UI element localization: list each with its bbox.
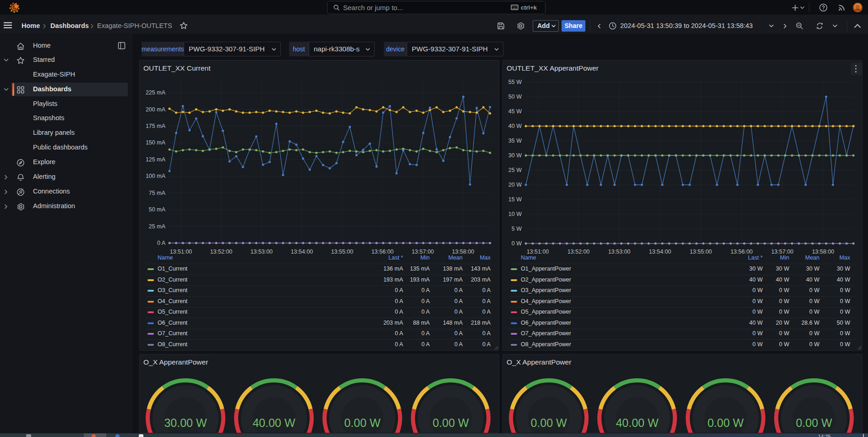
svg-text:13:53:00: 13:53:00	[251, 249, 273, 255]
svg-text:0.00 W: 0.00 W	[707, 416, 744, 429]
svg-text:30.00 W: 30.00 W	[164, 416, 207, 429]
svg-text:0.00 W: 0.00 W	[530, 416, 567, 429]
svg-text:13:54:00: 13:54:00	[649, 249, 671, 255]
svg-text:125 mA: 125 mA	[146, 156, 166, 163]
svg-text:50 mA: 50 mA	[149, 206, 166, 213]
svg-text:13:52:00: 13:52:00	[568, 249, 590, 255]
svg-text:0 A: 0 A	[157, 240, 166, 246]
svg-text:45 W: 45 W	[508, 108, 522, 115]
svg-text:13:51:00: 13:51:00	[170, 249, 192, 255]
svg-text:40.00 W: 40.00 W	[252, 416, 295, 429]
svg-text:13:57:00: 13:57:00	[771, 249, 794, 255]
svg-text:225 mA: 225 mA	[146, 89, 166, 96]
svg-text:75 mA: 75 mA	[149, 190, 166, 196]
svg-text:175 mA: 175 mA	[146, 123, 166, 129]
svg-text:15 W: 15 W	[508, 196, 522, 203]
svg-text:200 mA: 200 mA	[146, 106, 166, 113]
svg-text:55 W: 55 W	[508, 79, 522, 85]
svg-text:0.00 W: 0.00 W	[796, 416, 832, 429]
svg-text:13:56:00: 13:56:00	[731, 249, 753, 255]
svg-text:25 mA: 25 mA	[149, 223, 166, 230]
svg-text:35 W: 35 W	[508, 138, 522, 144]
svg-text:13:58:00: 13:58:00	[452, 249, 475, 255]
svg-text:0 W: 0 W	[512, 240, 522, 247]
svg-text:50 W: 50 W	[508, 94, 522, 100]
svg-text:0.00 W: 0.00 W	[432, 416, 469, 429]
svg-text:150 mA: 150 mA	[146, 139, 166, 146]
svg-text:13:57:00: 13:57:00	[412, 249, 434, 255]
svg-text:13:55:00: 13:55:00	[690, 249, 712, 255]
svg-text:20 W: 20 W	[508, 182, 522, 188]
svg-text:25 W: 25 W	[508, 167, 522, 173]
svg-text:100 mA: 100 mA	[146, 173, 166, 179]
svg-text:13:54:00: 13:54:00	[291, 249, 313, 255]
svg-text:5 W: 5 W	[512, 226, 522, 232]
svg-text:13:51:00: 13:51:00	[527, 249, 549, 255]
svg-text:13:55:00: 13:55:00	[331, 249, 354, 255]
svg-text:13:52:00: 13:52:00	[210, 249, 233, 255]
svg-text:13:53:00: 13:53:00	[608, 249, 631, 255]
svg-text:10 W: 10 W	[508, 211, 522, 217]
svg-text:40.00 W: 40.00 W	[616, 416, 659, 429]
svg-text:13:56:00: 13:56:00	[371, 249, 394, 255]
svg-text:30 W: 30 W	[508, 152, 522, 159]
svg-text:40 W: 40 W	[508, 123, 522, 129]
svg-text:13:58:00: 13:58:00	[812, 249, 835, 255]
svg-text:0.00 W: 0.00 W	[344, 416, 381, 429]
